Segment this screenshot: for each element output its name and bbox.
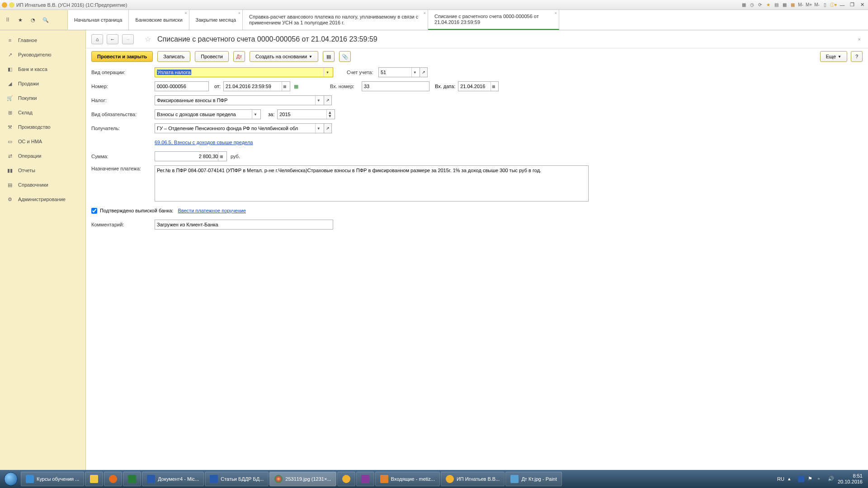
tab-bank-statements[interactable]: Банковские выписки× [129,10,189,30]
taskbar-item[interactable]: Курсы обучения ... [21,472,84,486]
toolbar-icon[interactable]: ▤ [773,2,779,8]
start-button[interactable] [2,472,20,486]
in-date-field[interactable]: ▦ [458,81,499,91]
chevron-down-icon[interactable]: ▼ [324,68,331,77]
payee-field[interactable]: ▼ [155,123,324,133]
confirmed-checkbox[interactable] [91,208,97,214]
toolbar-icon[interactable]: ▦ [781,2,788,8]
page-close-button[interactable]: × [856,35,863,44]
back-button[interactable]: ← [107,34,118,44]
taskbar-item[interactable] [356,472,374,486]
open-button[interactable]: ↗ [420,67,428,77]
network-icon[interactable]: ▫ [818,476,824,482]
chevron-down-icon[interactable]: ▼ [411,68,418,77]
chevron-down-icon[interactable]: ▼ [252,110,259,119]
account-link[interactable]: 69.06.5, Взносы с доходов свыше предела [155,140,253,145]
search-icon[interactable]: 🔍 [42,16,50,24]
m-plus-icon[interactable]: M+ [806,2,812,8]
enter-payment-link[interactable]: Ввести платежное поручение [178,208,246,213]
taskbar-item[interactable]: Статьи БДДР БД... [205,472,269,486]
payee-input[interactable] [157,124,315,133]
sidebar-item-catalogs[interactable]: ▤Справочники [0,178,85,192]
obligation-input[interactable] [157,110,252,119]
taskbar-item[interactable]: Дт Кт.jpg - Paint [505,472,561,486]
close-icon[interactable]: × [238,11,241,15]
open-button[interactable]: ↗ [324,123,332,133]
sidebar-item-production[interactable]: ⚒Производство [0,120,85,134]
obligation-field[interactable]: ▼ [155,109,261,119]
chevron-down-icon[interactable]: ▼ [315,124,322,133]
attach-button[interactable]: 📎 [339,51,351,62]
home-button[interactable]: ⌂ [91,34,103,44]
year-field[interactable]: ▴▾ [277,109,335,119]
chevron-down-icon[interactable]: ▼ [315,96,322,105]
purpose-textarea[interactable] [155,165,589,202]
maximize-button[interactable]: ❐ [848,2,856,8]
close-icon[interactable]: × [555,11,557,15]
close-icon[interactable]: × [424,11,426,15]
apps-icon[interactable]: ⠿ [4,16,12,24]
taskbar-item[interactable]: Документ4 - Mic... [142,472,204,486]
taskbar-item[interactable] [123,472,141,486]
create-based-button[interactable]: Создать на основании ▼ [250,51,318,62]
volume-icon[interactable]: 🔊 [828,476,834,482]
open-button[interactable]: ↗ [324,95,332,105]
sidebar-item-admin[interactable]: ⚙Администрирование [0,192,85,206]
star-icon[interactable]: ☆ [145,35,151,43]
panel-icon[interactable]: ▯ [822,2,828,8]
sum-input[interactable] [157,152,218,161]
post-button[interactable]: Провести [195,51,229,62]
sidebar-item-sales[interactable]: ◢Продажи [0,76,85,91]
help-button[interactable]: ? [851,51,863,62]
close-icon[interactable]: × [184,11,187,15]
taskbar-item[interactable] [337,472,355,486]
forward-button[interactable]: → [122,34,134,44]
tray-icon[interactable] [798,476,804,482]
clock[interactable]: 8:51 20.10.2016 [838,473,863,485]
post-and-close-button[interactable]: Провести и закрыть [91,51,153,62]
date-field[interactable]: ▦ [223,81,290,91]
save-button[interactable]: Записать [157,51,190,62]
tab-writeoff[interactable]: Списание с расчетного счета 0000-000056 … [428,10,559,30]
in-number-input[interactable] [364,82,427,91]
tax-input[interactable] [157,96,315,105]
sidebar-item-main[interactable]: ≡Главное [0,33,85,47]
taskbar-item[interactable]: 253119.jpg (1231×... [269,472,336,486]
info-icon[interactable]: ⓘ▾ [830,2,836,8]
flag-icon[interactable]: ⚑ [808,476,814,482]
calc-icon[interactable]: ▦ [789,2,796,8]
toolbar-icon[interactable]: ▦ [741,2,747,8]
account-field[interactable]: ▼ [378,67,420,77]
history-icon[interactable]: ◔ [29,16,37,24]
year-input[interactable] [279,110,326,119]
number-input[interactable] [157,82,207,91]
favorites-icon[interactable]: ★ [16,16,24,24]
m-minus-icon[interactable]: M- [797,2,804,8]
calendar-action-icon[interactable]: ▦ [294,84,298,89]
spinner-icon[interactable]: ▴▾ [326,110,333,119]
sidebar-item-operations[interactable]: ⇄Операции [0,149,85,163]
comment-input[interactable] [157,220,331,229]
taskbar-item[interactable]: ИП Игнатьев В.В... [441,472,505,486]
m-icon[interactable]: M- [814,2,820,8]
tax-field[interactable]: ▼ [155,95,324,105]
in-date-input[interactable] [460,82,491,91]
tab-closing[interactable]: Закрытие месяца× [189,10,243,30]
sum-field[interactable]: ▦ [155,151,227,161]
calc-icon[interactable]: ▦ [218,152,225,161]
debit-credit-button[interactable]: Дт [233,51,245,62]
operation-type-field[interactable]: Уплата налога ▼ [155,67,333,77]
toolbar-icon[interactable]: ⟳ [757,2,763,8]
sidebar-item-reports[interactable]: ▮▮Отчеты [0,163,85,178]
number-field[interactable] [155,81,209,91]
sidebar-item-bank[interactable]: ◧Банк и касса [0,62,85,76]
star-icon[interactable]: ★ [765,2,771,8]
tab-home[interactable]: Начальная страница [68,10,129,30]
print-button[interactable]: ▤ [323,51,335,62]
date-input[interactable] [226,82,282,91]
toolbar-icon[interactable]: ◷ [749,2,755,8]
tab-report[interactable]: Справка-расчет авансового платежа по нал… [243,10,428,30]
sidebar-item-assets[interactable]: ▭ОС и НМА [0,134,85,149]
calendar-icon[interactable]: ▦ [282,82,288,91]
sidebar-item-manager[interactable]: ↗Руководителю [0,47,85,62]
